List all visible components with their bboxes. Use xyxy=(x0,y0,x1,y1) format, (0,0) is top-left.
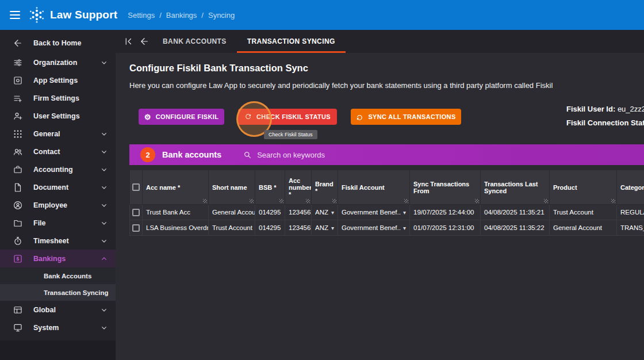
select-all-checkbox[interactable] xyxy=(132,183,140,191)
fiskil-user-id-label: Fiskil User Id: xyxy=(566,105,615,113)
collapse-panel-icon[interactable] xyxy=(123,36,133,47)
brand-value: ANZ xyxy=(315,209,329,216)
cell-acc-name: LSA Business Overdra xyxy=(143,220,209,236)
sidebar-item-global[interactable]: Global xyxy=(0,301,116,319)
folder-icon xyxy=(13,218,23,228)
sidebar-item-document[interactable]: Document xyxy=(0,178,116,196)
col-header-bsb[interactable]: BSB * xyxy=(255,170,285,205)
sidebar-item-employee[interactable]: Employee xyxy=(0,196,116,214)
hamburger-menu-icon[interactable] xyxy=(7,9,22,21)
sidebar-item-general[interactable]: General xyxy=(0,125,116,143)
sidebar-item-label: File xyxy=(33,219,99,227)
configure-fiskil-button[interactable]: ⚙ CONFIGURE FISKIL xyxy=(139,109,224,125)
cell-bsb: 014295 xyxy=(255,220,285,236)
chevron-down-icon xyxy=(99,129,109,139)
cell-sync-from: 01/07/2025 12:31:00 xyxy=(410,220,481,236)
sidebar-item-label: Document xyxy=(33,183,99,192)
chevron-down-icon xyxy=(99,305,109,315)
cell-acc-name: Trust Bank Acc xyxy=(143,205,209,220)
fiskil-account-value: Government Benef... xyxy=(342,224,401,231)
row-checkbox[interactable] xyxy=(132,224,140,232)
sidebar-item-timesheet[interactable]: Timesheet xyxy=(0,232,116,250)
sidebar-item-bankings[interactable]: $ Bankings xyxy=(0,250,116,267)
sidebar-item-label: Bankings xyxy=(33,255,99,263)
breadcrumb-separator: / xyxy=(201,11,204,20)
table-header-row: Acc name * Short name BSB * Acc number *… xyxy=(130,170,644,205)
cell-acc-number: 1234567 xyxy=(285,220,312,236)
sidebar-item-label: Contact xyxy=(33,148,99,156)
sidebar-item-bank-accounts[interactable]: Bank Accounts xyxy=(0,267,116,284)
fiskil-account-select[interactable]: Government Benef...▾ xyxy=(338,205,410,220)
sidebar-item-transaction-syncing[interactable]: Transaction Syncing xyxy=(0,284,116,301)
sidebar-item-accounting[interactable]: Accounting xyxy=(0,160,116,178)
chevron-down-icon: ▾ xyxy=(403,209,406,216)
row-checkbox[interactable] xyxy=(132,209,140,216)
col-header-category[interactable]: Category xyxy=(617,170,644,205)
cell-acc-number: 1234567 xyxy=(285,205,312,220)
sidebar-item-app-settings[interactable]: App Settings xyxy=(0,71,116,89)
col-header-last-synced[interactable]: Transactions Last Synced xyxy=(481,170,550,205)
sidebar-item-user-settings[interactable]: User Settings xyxy=(0,107,116,125)
sidebar-item-label: General xyxy=(33,130,99,138)
bank-accounts-toolbar: 2 Bank accounts xyxy=(129,144,644,165)
sidebar-item-organization[interactable]: Organization xyxy=(0,53,116,71)
cell-bsb: 014295 xyxy=(255,205,285,220)
sync-all-transactions-button[interactable]: SYNC ALL TRANSACTIONS xyxy=(351,109,461,125)
back-arrow-icon[interactable] xyxy=(139,36,150,47)
col-header-short-name[interactable]: Short name xyxy=(209,170,255,205)
check-fiskil-status-tooltip: Check Fiskil Status xyxy=(264,130,317,139)
bankings-submenu: Bank Accounts Transaction Syncing xyxy=(0,267,116,301)
back-to-home-item[interactable]: Back to Home xyxy=(0,33,116,53)
chevron-down-icon: ▾ xyxy=(331,209,334,216)
sidebar-item-label: Organization xyxy=(33,59,99,67)
chevron-down-icon xyxy=(99,323,109,332)
col-header-acc-number[interactable]: Acc number * xyxy=(285,170,312,205)
col-header-acc-name[interactable]: Acc name * xyxy=(143,170,209,205)
sidebar-item-label: Global xyxy=(33,306,99,314)
people-icon xyxy=(13,147,23,157)
breadcrumb-bankings[interactable]: Bankings xyxy=(166,11,197,20)
top-app-bar: Law Support Settings / Bankings / Syncin… xyxy=(0,0,644,30)
brand-select[interactable]: ANZ▾ xyxy=(312,220,338,236)
sidebar-item-label: App Settings xyxy=(33,76,109,85)
system-monitor-icon xyxy=(13,323,23,333)
page-subtitle: Here you can configure Law App to secure… xyxy=(129,81,644,90)
count-badge: 2 xyxy=(140,147,155,162)
fiskil-info: Fiskil User Id: eu_2zz21 Fiskil Connecti… xyxy=(566,102,644,130)
cell-short-name: General Accou xyxy=(209,205,255,220)
sidebar-item-contact[interactable]: Contact xyxy=(0,143,116,160)
app-box-icon xyxy=(13,75,23,86)
cell-category: REGULAT xyxy=(617,205,644,220)
tune-icon xyxy=(13,58,23,68)
col-header-product[interactable]: Product xyxy=(550,170,617,205)
tab-bank-accounts[interactable]: BANK ACCOUNTS xyxy=(152,30,237,53)
tab-transaction-syncing[interactable]: TRANSACTION SYNCING xyxy=(237,30,346,53)
document-icon xyxy=(13,182,23,193)
brand-select[interactable]: ANZ▾ xyxy=(312,205,338,220)
page-title: Configure Fiskil Bank Transaction Sync xyxy=(129,63,644,74)
breadcrumb-settings[interactable]: Settings xyxy=(128,11,155,20)
app-brand: Law Support xyxy=(50,9,117,21)
sidebar: Back to Home Organization App Settings F… xyxy=(0,30,116,360)
sidebar-item-label: Accounting xyxy=(33,166,99,174)
check-fiskil-status-label: CHECK FISKIL STATUS xyxy=(256,113,331,120)
fiskil-connection-status-line: Fiskil Connection Status xyxy=(566,116,644,130)
col-header-fiskil-account[interactable]: Fiskil Account xyxy=(338,170,410,205)
chevron-down-icon xyxy=(99,165,109,174)
breadcrumb-syncing[interactable]: Syncing xyxy=(208,11,235,20)
sidebar-item-label: Timesheet xyxy=(33,237,99,245)
col-header-brand[interactable]: Brand * xyxy=(312,170,338,205)
search-input[interactable] xyxy=(257,151,453,159)
sidebar-item-file[interactable]: File xyxy=(0,214,116,232)
sidebar-item-firm-settings[interactable]: Firm Settings xyxy=(0,89,116,107)
chevron-down-icon xyxy=(99,236,109,246)
accounts-table: Acc name * Short name BSB * Acc number *… xyxy=(129,170,644,236)
sidebar-item-system[interactable]: System xyxy=(0,319,116,336)
tab-bar: BANK ACCOUNTS TRANSACTION SYNCING xyxy=(116,30,644,53)
breadcrumb-separator: / xyxy=(159,11,162,20)
bank-dollar-icon: $ xyxy=(13,254,23,264)
col-header-sync-from[interactable]: Sync Transactions From xyxy=(410,170,481,205)
fiskil-account-select[interactable]: Government Benef...▾ xyxy=(338,220,410,236)
sidebar-item-label: System xyxy=(33,324,99,332)
check-fiskil-status-button[interactable]: CHECK FISKIL STATUS xyxy=(238,109,337,125)
